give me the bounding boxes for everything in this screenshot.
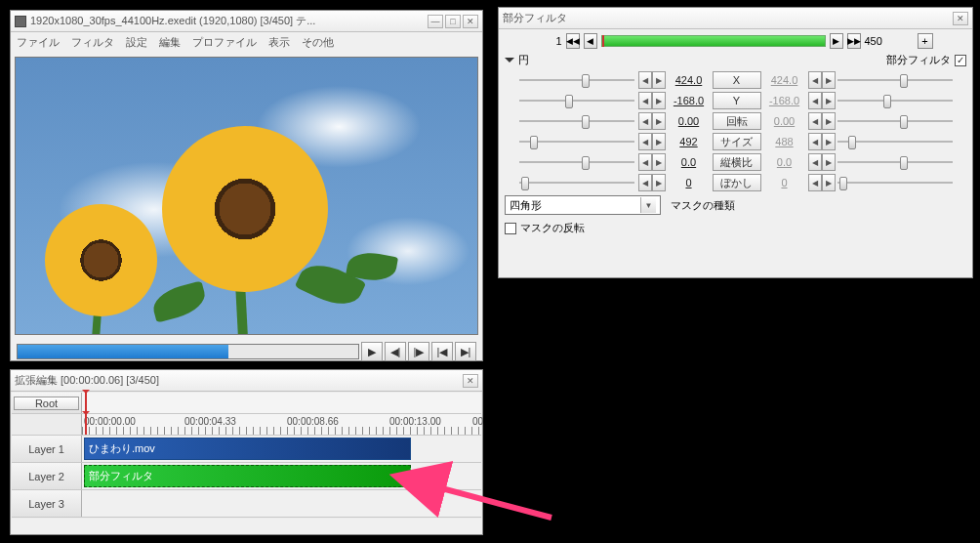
param-label[interactable]: 回転	[713, 112, 761, 130]
filter-enable-checkbox[interactable]: ✓	[955, 55, 966, 66]
step-left-inc[interactable]: ▶	[652, 174, 666, 191]
clip-filter[interactable]: 部分フィルタ	[84, 465, 411, 487]
param-value-left[interactable]: 492	[668, 136, 711, 147]
param-value-left[interactable]: 424.0	[668, 74, 711, 86]
layer-1-track[interactable]: ひまわり.mov	[82, 436, 481, 462]
param-label[interactable]: X	[713, 71, 761, 89]
param-slider-right[interactable]	[837, 175, 953, 190]
param-value-right[interactable]: 0	[763, 177, 806, 188]
param-value-left[interactable]: 0.0	[668, 156, 711, 168]
param-slider-left[interactable]	[519, 134, 634, 149]
filter-titlebar[interactable]: 部分フィルタ ✕	[499, 8, 972, 29]
menu-edit[interactable]: 編集	[159, 35, 181, 50]
video-preview[interactable]	[15, 57, 478, 335]
play-button[interactable]: ▶	[361, 342, 383, 361]
step-left-dec[interactable]: ◀	[638, 112, 652, 130]
menu-profile[interactable]: プロファイル	[192, 35, 257, 50]
nav-next-button[interactable]: ▶	[830, 33, 843, 49]
step-left-inc[interactable]: ▶	[652, 112, 666, 130]
step-left-dec[interactable]: ◀	[638, 153, 652, 171]
step-right-dec[interactable]: ◀	[808, 112, 822, 130]
layer-3-track[interactable]	[82, 490, 481, 517]
param-slider-right[interactable]	[837, 113, 953, 129]
param-value-right[interactable]: 0.0	[763, 156, 806, 168]
layer-1-label[interactable]: Layer 1	[12, 436, 82, 462]
param-slider-right[interactable]	[837, 154, 953, 170]
menu-view[interactable]: 表示	[268, 35, 290, 50]
param-value-left[interactable]: 0.00	[668, 115, 711, 127]
step-back-button[interactable]: ◀|	[385, 342, 406, 361]
param-label[interactable]: 縦横比	[713, 153, 761, 171]
mask-invert-checkbox[interactable]	[505, 223, 516, 234]
param-value-right[interactable]: 0.00	[763, 115, 806, 127]
sunflower-large	[162, 126, 328, 292]
param-value-right[interactable]: -168.0	[763, 95, 806, 106]
preview-title: 1920x1080_30fps_44100Hz.exedit (1920,108…	[30, 14, 315, 28]
step-right-inc[interactable]: ▶	[822, 71, 836, 89]
param-value-left[interactable]: -168.0	[668, 95, 711, 106]
menu-settings[interactable]: 設定	[126, 35, 147, 50]
prev-frame-button[interactable]: |◀	[431, 342, 453, 361]
param-slider-left[interactable]	[519, 175, 634, 190]
step-right-inc[interactable]: ▶	[822, 174, 836, 191]
frame-nav-bar[interactable]	[601, 35, 826, 47]
filter-close-button[interactable]: ✕	[953, 12, 968, 25]
step-right-dec[interactable]: ◀	[808, 174, 822, 191]
nav-first-button[interactable]: ◀◀	[566, 33, 580, 49]
mask-type-value: 四角形	[510, 198, 542, 213]
step-right-dec[interactable]: ◀	[808, 153, 822, 171]
layer-3-label[interactable]: Layer 3	[12, 490, 82, 517]
param-slider-right[interactable]	[837, 93, 953, 108]
param-slider-right[interactable]	[837, 72, 953, 88]
param-value-right[interactable]: 488	[763, 136, 806, 147]
param-label[interactable]: Y	[713, 92, 761, 109]
step-right-inc[interactable]: ▶	[822, 112, 836, 130]
step-right-inc[interactable]: ▶	[822, 92, 836, 109]
root-button[interactable]: Root	[12, 393, 82, 413]
layer-2-label[interactable]: Layer 2	[12, 463, 82, 489]
param-value-left[interactable]: 0	[668, 177, 711, 188]
step-left-inc[interactable]: ▶	[652, 71, 666, 89]
minimize-button[interactable]: —	[428, 15, 443, 28]
step-right-inc[interactable]: ▶	[822, 133, 836, 150]
nav-last-button[interactable]: ▶▶	[847, 33, 861, 49]
menu-file[interactable]: ファイル	[17, 35, 60, 50]
param-slider-left[interactable]	[519, 113, 634, 129]
mask-type-select[interactable]: 四角形 ▼	[505, 195, 661, 215]
step-left-dec[interactable]: ◀	[638, 71, 652, 89]
clip-video[interactable]: ひまわり.mov	[84, 438, 411, 460]
param-slider-left[interactable]	[519, 93, 634, 108]
close-button[interactable]: ✕	[463, 15, 478, 28]
param-label[interactable]: サイズ	[713, 133, 761, 150]
nav-prev-button[interactable]: ◀	[584, 33, 597, 49]
param-value-right[interactable]: 424.0	[763, 74, 806, 86]
step-forward-button[interactable]: |▶	[408, 342, 429, 361]
next-frame-button[interactable]: ▶|	[455, 342, 476, 361]
preview-titlebar[interactable]: 1920x1080_30fps_44100Hz.exedit (1920,108…	[11, 11, 482, 32]
step-left-inc[interactable]: ▶	[652, 153, 666, 171]
playhead[interactable]	[85, 393, 87, 413]
timeline-close-button[interactable]: ✕	[463, 374, 478, 388]
step-right-inc[interactable]: ▶	[822, 153, 836, 171]
step-left-inc[interactable]: ▶	[652, 92, 666, 109]
menu-other[interactable]: その他	[302, 35, 334, 50]
step-left-dec[interactable]: ◀	[638, 92, 652, 109]
step-right-dec[interactable]: ◀	[808, 133, 822, 150]
timeline-titlebar[interactable]: 拡張編集 [00:00:00.06] [3/450] ✕	[11, 370, 482, 392]
seek-bar[interactable]	[17, 344, 359, 359]
step-left-inc[interactable]: ▶	[652, 133, 666, 150]
layer-2-track[interactable]: 部分フィルタ	[82, 463, 481, 489]
step-right-dec[interactable]: ◀	[808, 71, 822, 89]
step-left-dec[interactable]: ◀	[638, 133, 652, 150]
param-slider-left[interactable]	[519, 72, 634, 88]
step-right-dec[interactable]: ◀	[808, 92, 822, 109]
add-button[interactable]: +	[918, 33, 933, 49]
step-left-dec[interactable]: ◀	[638, 174, 652, 191]
param-slider-right[interactable]	[837, 134, 953, 149]
param-slider-left[interactable]	[519, 154, 634, 170]
collapse-icon[interactable]	[505, 58, 514, 67]
menu-filter[interactable]: フィルタ	[71, 35, 114, 50]
time-ruler[interactable]: 00:00:00.00 00:00:04.33 00:00:08.66 00:0…	[82, 414, 481, 435]
maximize-button[interactable]: □	[445, 15, 461, 28]
param-label[interactable]: ぼかし	[713, 174, 761, 191]
